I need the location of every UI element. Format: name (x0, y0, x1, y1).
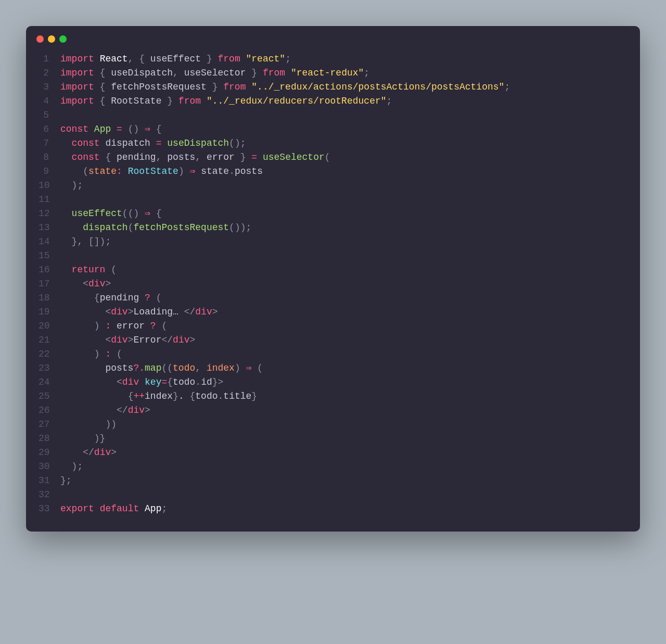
line-number: 28 (39, 432, 60, 446)
line-content: ); (60, 179, 83, 193)
minimize-icon[interactable] (48, 35, 55, 43)
code-line: 14 }, []); (39, 235, 627, 249)
line-content: {++index}. {todo.title} (60, 389, 257, 403)
line-content: <div key={todo.id}> (60, 375, 223, 389)
line-content: ); (60, 460, 83, 474)
line-number: 30 (39, 460, 60, 474)
line-number: 31 (39, 474, 60, 488)
code-line: 21 <div>Error</div> (39, 333, 627, 347)
code-line: 32 (39, 488, 627, 502)
code-line: 30 ); (39, 460, 627, 474)
line-number: 33 (39, 502, 60, 516)
code-line: 11 (39, 193, 627, 207)
code-line: 5 (39, 108, 627, 122)
code-line: 28 )} (39, 432, 627, 446)
line-number: 17 (39, 277, 60, 291)
line-content: const dispatch = useDispatch(); (60, 136, 246, 150)
window-titlebar (26, 26, 640, 48)
line-content: <div>Loading… </div> (60, 305, 218, 319)
line-content: <div>Error</div> (60, 333, 195, 347)
line-content: import { fetchPostsRequest } from "../_r… (60, 80, 510, 94)
line-number: 9 (39, 165, 60, 179)
code-line: 12 useEffect(() ⇒ { (39, 207, 627, 221)
line-content: </div> (60, 446, 117, 460)
line-number: 1 (39, 52, 60, 66)
code-line: 31}; (39, 474, 627, 488)
code-line: 24 <div key={todo.id}> (39, 375, 627, 389)
line-number: 11 (39, 193, 60, 207)
line-number: 13 (39, 221, 60, 235)
code-line: 1import React, { useEffect } from "react… (39, 52, 627, 66)
line-number: 19 (39, 305, 60, 319)
line-content: }; (60, 474, 72, 488)
maximize-icon[interactable] (59, 35, 67, 43)
line-number: 20 (39, 319, 60, 333)
code-line: 25 {++index}. {todo.title} (39, 389, 627, 403)
line-number: 21 (39, 333, 60, 347)
line-number: 23 (39, 361, 60, 375)
close-icon[interactable] (36, 35, 44, 43)
code-line: 8 const { pending, posts, error } = useS… (39, 150, 627, 165)
code-line: 15 (39, 249, 627, 263)
line-content: const { pending, posts, error } = useSel… (60, 150, 330, 165)
line-number: 29 (39, 446, 60, 460)
code-line: 9 (state: RootState) ⇒ state.posts (39, 165, 627, 179)
line-content: {pending ? ( (60, 291, 161, 305)
line-number: 26 (39, 403, 60, 418)
line-content: )} (60, 432, 105, 446)
line-content: useEffect(() ⇒ { (60, 207, 162, 221)
line-number: 15 (39, 249, 60, 263)
line-content: const App = () ⇒ { (60, 122, 162, 136)
code-line: 26 </div> (39, 403, 627, 418)
line-content: return ( (60, 263, 117, 277)
code-line: 20 ) : error ? ( (39, 319, 627, 333)
line-number: 7 (39, 136, 60, 150)
line-content: import { useDispatch, useSelector } from… (60, 66, 369, 80)
code-line: 6const App = () ⇒ { (39, 122, 627, 136)
code-editor[interactable]: 1import React, { useEffect } from "react… (26, 48, 640, 516)
code-line: 3import { fetchPostsRequest } from "../_… (39, 80, 627, 94)
line-content: import React, { useEffect } from "react"… (60, 52, 291, 66)
code-line: 7 const dispatch = useDispatch(); (39, 136, 627, 150)
line-number: 10 (39, 179, 60, 193)
line-number: 27 (39, 418, 60, 432)
editor-window: 1import React, { useEffect } from "react… (26, 26, 640, 532)
line-content: posts?.map((todo, index) ⇒ ( (60, 361, 263, 375)
code-line: 16 return ( (39, 263, 627, 277)
line-number: 25 (39, 389, 60, 403)
code-line: 4import { RootState } from "../_redux/re… (39, 94, 627, 108)
line-content: )) (60, 418, 117, 432)
code-line: 33export default App; (39, 502, 627, 516)
line-number: 6 (39, 122, 60, 136)
code-line: 10 ); (39, 179, 627, 193)
line-content: }, []); (60, 235, 111, 249)
code-line: 27 )) (39, 418, 627, 432)
line-number: 22 (39, 347, 60, 361)
line-content: dispatch(fetchPostsRequest()); (60, 221, 251, 235)
line-number: 24 (39, 375, 60, 389)
code-line: 29 </div> (39, 446, 627, 460)
code-line: 22 ) : ( (39, 347, 627, 361)
line-number: 18 (39, 291, 60, 305)
line-content: ) : ( (60, 347, 122, 361)
code-line: 13 dispatch(fetchPostsRequest()); (39, 221, 627, 235)
line-number: 4 (39, 94, 60, 108)
code-line: 17 <div> (39, 277, 627, 291)
line-number: 8 (39, 150, 60, 165)
line-number: 3 (39, 80, 60, 94)
line-content: (state: RootState) ⇒ state.posts (60, 165, 263, 179)
line-number: 2 (39, 66, 60, 80)
line-number: 14 (39, 235, 60, 249)
code-line: 19 <div>Loading… </div> (39, 305, 627, 319)
line-content: <div> (60, 277, 111, 291)
code-line: 23 posts?.map((todo, index) ⇒ ( (39, 361, 627, 375)
line-number: 12 (39, 207, 60, 221)
line-content: ) : error ? ( (60, 319, 167, 333)
line-number: 32 (39, 488, 60, 502)
line-number: 5 (39, 108, 60, 122)
line-content: import { RootState } from "../_redux/red… (60, 94, 392, 108)
code-line: 2import { useDispatch, useSelector } fro… (39, 66, 627, 80)
code-line: 18 {pending ? ( (39, 291, 627, 305)
line-content: export default App; (60, 502, 167, 516)
line-number: 16 (39, 263, 60, 277)
